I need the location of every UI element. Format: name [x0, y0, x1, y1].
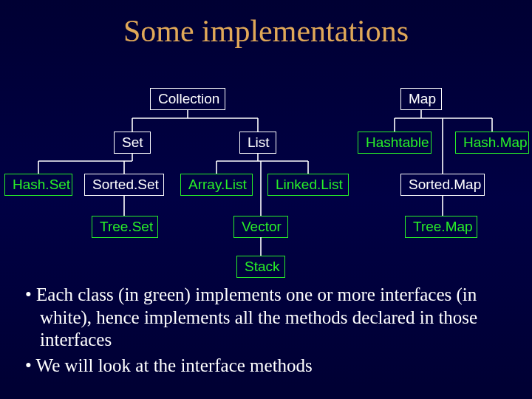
node-arraylist: Array.List [180, 174, 253, 196]
node-hashmap: Hash.Map [455, 132, 529, 154]
node-hashset: Hash.Set [4, 174, 72, 196]
node-stack: Stack [236, 256, 285, 278]
node-vector: Vector [233, 216, 288, 238]
bullet-item: • Each class (in green) implements one o… [25, 284, 507, 352]
node-map: Map [400, 88, 442, 110]
node-collection: Collection [150, 88, 225, 110]
node-sortedset: Sorted.Set [84, 174, 164, 196]
node-treeset: Tree.Set [92, 216, 158, 238]
bullet-list: • Each class (in green) implements one o… [25, 284, 507, 380]
node-linkedlist: Linked.List [267, 174, 349, 196]
page-title: Some implementations [0, 0, 532, 49]
node-treemap: Tree.Map [405, 216, 477, 238]
bullet-item: • We will look at the interface methods [25, 355, 507, 378]
node-sortedmap: Sorted.Map [400, 174, 485, 196]
node-set: Set [114, 132, 151, 154]
node-hashtable: Hashtable [358, 132, 432, 154]
node-list: List [239, 132, 276, 154]
